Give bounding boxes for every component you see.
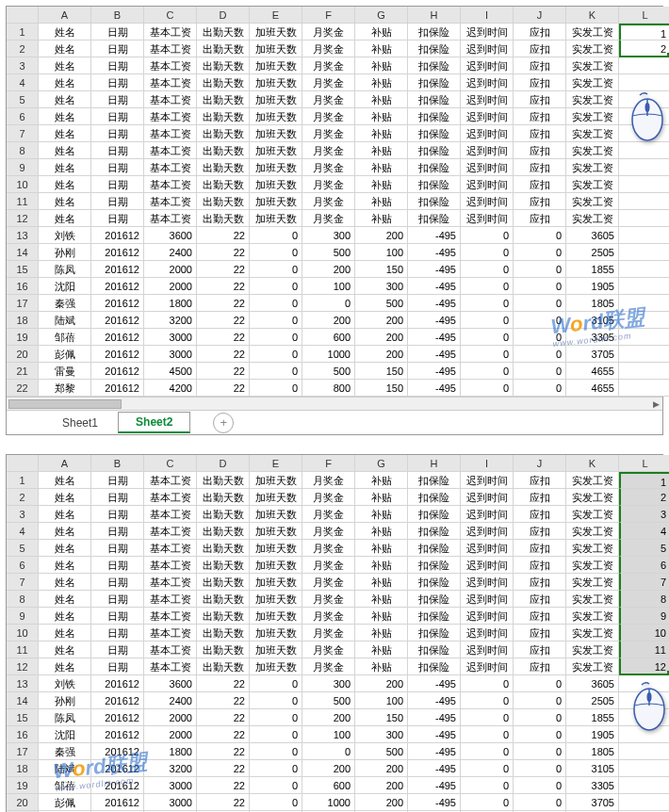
cell[interactable]: 日期 bbox=[91, 489, 144, 506]
cell[interactable]: 月奖金 bbox=[302, 608, 355, 625]
cell[interactable]: 应扣 bbox=[514, 608, 566, 625]
cell[interactable]: 日期 bbox=[91, 210, 144, 227]
cell[interactable]: 日期 bbox=[91, 625, 144, 641]
cell[interactable]: 0 bbox=[514, 346, 566, 363]
cell[interactable]: 应扣 bbox=[514, 176, 566, 193]
cell[interactable]: 月奖金 bbox=[302, 472, 355, 489]
cell[interactable]: 600 bbox=[302, 777, 355, 794]
cell[interactable]: 201612 bbox=[91, 675, 144, 692]
cell[interactable]: 基本工资 bbox=[144, 210, 197, 227]
cell[interactable]: 0 bbox=[302, 743, 355, 760]
column-header[interactable]: J bbox=[514, 7, 566, 24]
cell[interactable]: 实发工资 bbox=[566, 176, 619, 193]
cell[interactable]: 姓名 bbox=[39, 210, 91, 227]
column-header[interactable]: I bbox=[461, 7, 514, 24]
cell[interactable]: 日期 bbox=[91, 57, 144, 74]
tab-sheet2[interactable]: Sheet2 bbox=[118, 412, 190, 433]
cell[interactable]: 出勤天数 bbox=[197, 74, 250, 91]
cell[interactable]: 0 bbox=[461, 760, 514, 777]
cell[interactable]: 500 bbox=[355, 295, 408, 312]
cell[interactable]: 姓名 bbox=[39, 57, 91, 74]
cell[interactable]: 出勤天数 bbox=[197, 658, 250, 675]
cell[interactable]: 日期 bbox=[91, 557, 144, 574]
cell[interactable]: 800 bbox=[302, 380, 355, 397]
cell[interactable]: 实发工资 bbox=[566, 159, 619, 176]
cell[interactable]: -495 bbox=[408, 278, 461, 295]
cell[interactable]: 基本工资 bbox=[144, 193, 197, 210]
row-header[interactable]: 8 bbox=[7, 591, 39, 608]
cell[interactable]: 实发工资 bbox=[566, 142, 619, 159]
cell[interactable]: 22 bbox=[197, 380, 250, 397]
cell[interactable]: 0 bbox=[514, 244, 566, 261]
row-header[interactable]: 6 bbox=[7, 557, 39, 574]
column-header[interactable]: C bbox=[144, 7, 197, 24]
cell[interactable]: -495 bbox=[408, 743, 461, 760]
cell[interactable]: 迟到时间 bbox=[461, 210, 514, 227]
cell[interactable]: 加班天数 bbox=[250, 506, 302, 523]
cell[interactable]: 3000 bbox=[144, 346, 197, 363]
cell[interactable]: 基本工资 bbox=[144, 472, 197, 489]
cell[interactable]: 月奖金 bbox=[302, 91, 355, 108]
row-header[interactable]: 18 bbox=[7, 312, 39, 329]
cell[interactable]: 应扣 bbox=[514, 489, 566, 506]
cell[interactable]: 0 bbox=[250, 794, 302, 811]
cell[interactable]: 实发工资 bbox=[566, 557, 619, 574]
cell[interactable]: 迟到时间 bbox=[461, 625, 514, 641]
cell[interactable]: -495 bbox=[408, 726, 461, 743]
cell[interactable]: 补贴 bbox=[355, 91, 408, 108]
cell[interactable]: 月奖金 bbox=[302, 108, 355, 125]
cell[interactable]: 补贴 bbox=[355, 625, 408, 641]
cell[interactable]: 出勤天数 bbox=[197, 91, 250, 108]
cell[interactable]: 0 bbox=[514, 777, 566, 794]
cell[interactable]: 应扣 bbox=[514, 625, 566, 641]
cell-L[interactable] bbox=[619, 329, 669, 346]
cell[interactable]: 补贴 bbox=[355, 142, 408, 159]
cell[interactable]: 出勤天数 bbox=[197, 159, 250, 176]
column-header[interactable]: F bbox=[302, 455, 355, 472]
cell[interactable]: 实发工资 bbox=[566, 74, 619, 91]
cell[interactable]: 300 bbox=[355, 278, 408, 295]
cell-L[interactable]: 1 bbox=[619, 472, 669, 489]
cell[interactable]: 201612 bbox=[91, 692, 144, 709]
cell[interactable]: 3705 bbox=[566, 346, 619, 363]
cell[interactable]: 孙刚 bbox=[39, 244, 91, 261]
cell[interactable]: 22 bbox=[197, 295, 250, 312]
cell[interactable]: 加班天数 bbox=[250, 159, 302, 176]
cell-L[interactable]: 1 bbox=[619, 24, 669, 41]
cell[interactable]: 150 bbox=[355, 261, 408, 278]
cell[interactable]: 月奖金 bbox=[302, 57, 355, 74]
cell[interactable]: 加班天数 bbox=[250, 608, 302, 625]
cell[interactable]: 应扣 bbox=[514, 108, 566, 125]
cell[interactable]: 加班天数 bbox=[250, 41, 302, 57]
cell[interactable]: 22 bbox=[197, 743, 250, 760]
column-header[interactable]: B bbox=[91, 7, 144, 24]
cell[interactable]: 补贴 bbox=[355, 506, 408, 523]
cell[interactable]: 姓名 bbox=[39, 176, 91, 193]
cell[interactable]: 扣保险 bbox=[408, 57, 461, 74]
cell[interactable]: 郑黎 bbox=[39, 380, 91, 397]
cell-L[interactable] bbox=[619, 777, 669, 794]
row-header[interactable]: 5 bbox=[7, 540, 39, 557]
cell[interactable]: 日期 bbox=[91, 193, 144, 210]
cell[interactable]: 姓名 bbox=[39, 91, 91, 108]
cell[interactable]: 基本工资 bbox=[144, 557, 197, 574]
cell-L[interactable] bbox=[619, 159, 669, 176]
cell[interactable]: 应扣 bbox=[514, 658, 566, 675]
cell[interactable]: 应扣 bbox=[514, 193, 566, 210]
cell[interactable]: 迟到时间 bbox=[461, 540, 514, 557]
cell[interactable]: 0 bbox=[461, 726, 514, 743]
cell-L[interactable]: 8 bbox=[619, 591, 669, 608]
cell[interactable]: 500 bbox=[302, 244, 355, 261]
cell[interactable]: 日期 bbox=[91, 74, 144, 91]
cell[interactable]: 2505 bbox=[566, 244, 619, 261]
cell[interactable]: 姓名 bbox=[39, 142, 91, 159]
cell[interactable]: 出勤天数 bbox=[197, 574, 250, 591]
row-header[interactable]: 9 bbox=[7, 608, 39, 625]
cell[interactable]: 基本工资 bbox=[144, 641, 197, 658]
cell[interactable]: 日期 bbox=[91, 472, 144, 489]
cell[interactable]: -495 bbox=[408, 760, 461, 777]
cell-L[interactable] bbox=[619, 363, 669, 380]
cell[interactable]: 姓名 bbox=[39, 523, 91, 540]
cell-L[interactable] bbox=[619, 278, 669, 295]
cell[interactable]: 姓名 bbox=[39, 557, 91, 574]
